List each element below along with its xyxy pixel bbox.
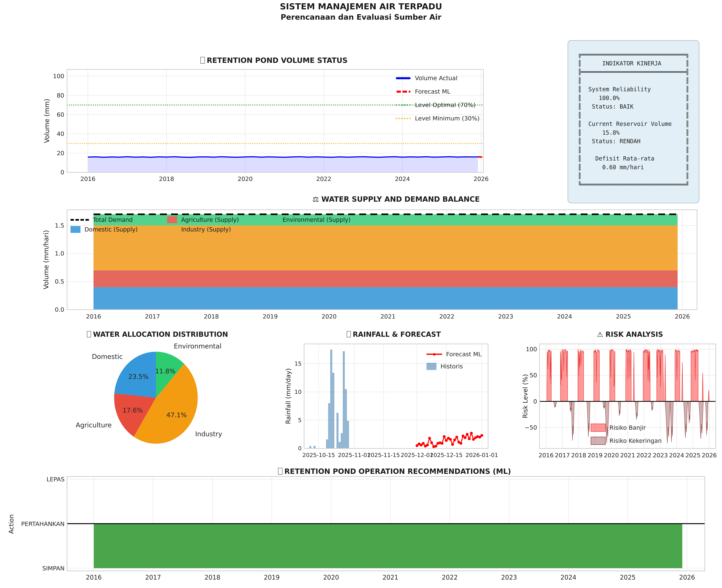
svg-text:2024: 2024 xyxy=(557,313,572,320)
svg-text:20: 20 xyxy=(57,150,64,156)
svg-text:5: 5 xyxy=(298,417,302,423)
svg-text:40: 40 xyxy=(57,130,64,137)
legend-item-total-demand: Total Demand xyxy=(70,215,167,225)
svg-text:0.5: 0.5 xyxy=(55,278,64,285)
svg-text:2016: 2016 xyxy=(80,175,95,182)
svg-text:11.8%: 11.8% xyxy=(155,368,175,375)
svg-text:2019: 2019 xyxy=(262,313,278,320)
risiko-kekeringan-swatch xyxy=(591,437,606,445)
svg-text:1.0: 1.0 xyxy=(55,250,64,257)
indicator-text: ╔══════════════════════════════╗ ║ INDIK… xyxy=(578,50,689,189)
supply-y-axis-label: Volume (mm/hari) xyxy=(42,230,50,289)
svg-text:2025: 2025 xyxy=(620,574,636,581)
supply-demand-chart-title: ⚖ WATER SUPPLY AND DEMAND BALANCE xyxy=(313,195,480,203)
svg-text:Industry: Industry xyxy=(195,430,222,438)
svg-text:15: 15 xyxy=(294,360,302,367)
svg-text:2020: 2020 xyxy=(321,313,337,320)
volume-chart-legend: Volume Actual Forecast ML Level Optimal … xyxy=(396,71,480,125)
legend-item-risiko-banjir: Risiko Banjir xyxy=(591,421,662,434)
svg-text:0: 0 xyxy=(61,169,64,176)
svg-text:2023: 2023 xyxy=(498,313,513,320)
svg-text:2017: 2017 xyxy=(145,313,160,320)
svg-text:2026: 2026 xyxy=(473,175,489,182)
svg-text:2020: 2020 xyxy=(238,175,253,182)
svg-text:2018: 2018 xyxy=(204,313,219,320)
svg-text:2016: 2016 xyxy=(538,452,554,459)
operation-y-axis-label: Action xyxy=(8,514,15,534)
svg-text:−50: −50 xyxy=(525,424,537,431)
risiko-banjir-swatch xyxy=(591,424,606,432)
svg-text:2025-11-15: 2025-11-15 xyxy=(367,452,400,458)
svg-text:2017: 2017 xyxy=(555,452,570,459)
svg-text:60: 60 xyxy=(57,111,64,118)
missing-emoji-icon xyxy=(200,57,205,63)
svg-text:2025: 2025 xyxy=(616,313,631,320)
legend-item-domestic: Domestic (Supply) xyxy=(70,225,167,234)
svg-text:0.0: 0.0 xyxy=(55,306,64,313)
missing-emoji-icon xyxy=(347,331,351,337)
svg-text:23.5%: 23.5% xyxy=(128,373,149,380)
total-demand-line-sample xyxy=(70,219,89,221)
svg-text:50: 50 xyxy=(530,372,537,379)
page-title-line2: Perencanaan dan Evaluasi Sumber Air xyxy=(280,13,442,21)
svg-text:2024: 2024 xyxy=(669,452,684,459)
risk-chart-title: ⚠ RISK ANALYSIS xyxy=(597,330,663,338)
svg-text:2025-12-15: 2025-12-15 xyxy=(430,452,463,458)
svg-text:2025-10-15: 2025-10-15 xyxy=(302,452,335,458)
svg-text:Environmental: Environmental xyxy=(174,342,221,350)
svg-text:PERTAHANKAN: PERTAHANKAN xyxy=(21,521,65,527)
allocation-chart-title: WATER ALLOCATION DISTRIBUTION xyxy=(87,330,228,338)
svg-text:2017: 2017 xyxy=(145,574,161,581)
legend-item-rain-forecast: Forecast ML xyxy=(426,348,482,360)
svg-text:100: 100 xyxy=(526,346,537,353)
svg-text:SIMPAN: SIMPAN xyxy=(42,565,65,572)
svg-text:17.6%: 17.6% xyxy=(123,406,143,414)
legend-item-volume-actual: Volume Actual xyxy=(396,71,480,85)
svg-text:2020: 2020 xyxy=(323,574,339,581)
svg-text:2019: 2019 xyxy=(588,452,602,459)
environmental-swatch xyxy=(269,216,278,223)
svg-text:2023: 2023 xyxy=(653,452,668,459)
svg-text:2024: 2024 xyxy=(560,574,576,581)
svg-text:0: 0 xyxy=(298,445,302,451)
legend-item-historis: Historis xyxy=(426,360,482,373)
svg-text:100: 100 xyxy=(53,73,64,80)
rainfall-chart-title: RAINFALL & FORECAST xyxy=(347,330,441,338)
industry-swatch xyxy=(167,226,177,233)
rainfall-legend: Forecast ML Historis xyxy=(426,348,482,373)
svg-text:10: 10 xyxy=(294,389,302,395)
rainfall-y-axis-label: Rainfall (mm/day) xyxy=(284,368,292,424)
volume-y-axis-label: Volume (mm) xyxy=(43,99,51,143)
svg-text:2025: 2025 xyxy=(685,452,700,459)
legend-item-risiko-kekeringan: Risiko Kekeringan xyxy=(591,434,662,447)
legend-item-level-optimal: Level Optimal (70%) xyxy=(396,98,480,112)
indicator-kinerja-panel: ╔══════════════════════════════╗ ║ INDIK… xyxy=(568,40,699,203)
svg-text:2018: 2018 xyxy=(159,175,174,182)
svg-text:2022: 2022 xyxy=(442,574,458,581)
svg-text:2018: 2018 xyxy=(205,574,220,581)
legend-item-agriculture: Agriculture (Supply) xyxy=(167,215,269,225)
volume-actual-line-sample xyxy=(396,77,410,79)
svg-text:2021: 2021 xyxy=(380,313,396,320)
legend-item-industry: Industry (Supply) xyxy=(167,225,269,234)
svg-text:2022: 2022 xyxy=(439,313,454,320)
svg-text:Agriculture: Agriculture xyxy=(76,421,112,429)
page-title-line1: SISTEM MANAJEMEN AIR TERPADU xyxy=(280,2,442,12)
svg-text:2018: 2018 xyxy=(571,452,586,459)
svg-text:2022: 2022 xyxy=(636,452,652,459)
legend-item-forecast-ml: Forecast ML xyxy=(396,85,480,98)
svg-text:80: 80 xyxy=(57,92,64,99)
svg-text:0: 0 xyxy=(533,398,537,405)
svg-text:1.5: 1.5 xyxy=(55,222,64,229)
level-optimal-line-sample xyxy=(396,104,410,106)
svg-text:2026: 2026 xyxy=(702,452,717,459)
missing-emoji-icon xyxy=(87,331,91,337)
agriculture-swatch xyxy=(167,216,177,223)
svg-text:47.1%: 47.1% xyxy=(166,411,187,419)
operation-chart-title: RETENTION POND OPERATION RECOMMENDATIONS… xyxy=(278,467,511,476)
svg-text:2026: 2026 xyxy=(679,574,695,581)
svg-text:2025-12-01: 2025-12-01 xyxy=(401,452,433,458)
svg-text:LEPAS: LEPAS xyxy=(46,476,65,483)
svg-text:2022: 2022 xyxy=(316,175,332,182)
supply-demand-legend: Total Demand Domestic (Supply) Agricultu… xyxy=(70,215,351,234)
